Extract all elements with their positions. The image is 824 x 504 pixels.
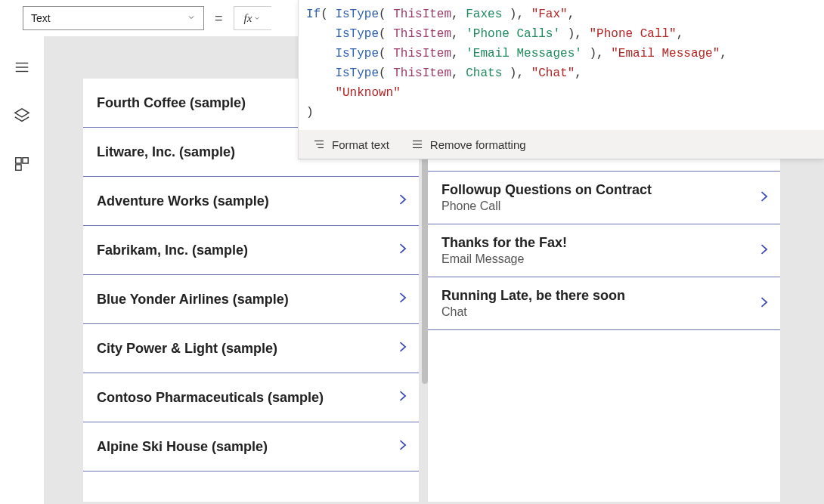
property-selector[interactable]: Text: [23, 6, 204, 30]
chevron-right-icon: [756, 186, 771, 210]
account-name: Blue Yonder Airlines (sample): [97, 292, 289, 308]
scrollbar-thumb[interactable]: [422, 127, 428, 384]
components-icon[interactable]: [14, 156, 30, 175]
account-name: Litware, Inc. (sample): [97, 144, 235, 160]
chevron-right-icon: [395, 189, 410, 213]
account-name: Fourth Coffee (sample): [97, 95, 246, 111]
formula-editor[interactable]: If( IsType( ThisItem, Faxes ), "Fax", Is…: [299, 0, 824, 130]
account-item[interactable]: Adventure Works (sample): [83, 177, 419, 226]
account-name: Alpine Ski House (sample): [97, 439, 268, 455]
account-name: City Power & Light (sample): [97, 341, 277, 357]
chevron-right-icon: [756, 292, 771, 316]
account-item[interactable]: Blue Yonder Airlines (sample): [83, 275, 419, 324]
format-text-button[interactable]: Format text: [312, 138, 389, 151]
chevron-right-icon: [395, 287, 410, 311]
svg-rect-6: [16, 165, 21, 170]
formula-toolbar: Format text Remove formatting: [299, 130, 824, 159]
chevron-right-icon: [756, 239, 771, 263]
fx-button[interactable]: fx: [234, 6, 271, 30]
account-item[interactable]: Fabrikam, Inc. (sample): [83, 226, 419, 275]
svg-marker-3: [15, 109, 29, 117]
account-item[interactable]: City Power & Light (sample): [83, 324, 419, 373]
equals-sign: =: [215, 11, 223, 26]
activity-title: Thanks for the Fax!: [441, 235, 567, 251]
chevron-down-icon: [187, 12, 196, 24]
activity-type: Phone Call: [441, 199, 652, 213]
activity-item[interactable]: Followup Questions on ContractPhone Call: [428, 172, 780, 224]
activity-title: Running Late, be there soon: [441, 288, 625, 304]
format-text-label: Format text: [332, 138, 389, 151]
chevron-right-icon: [395, 336, 410, 360]
account-name: Fabrikam, Inc. (sample): [97, 243, 248, 258]
chevron-right-icon: [395, 385, 410, 410]
fx-label: fx: [244, 12, 252, 25]
remove-formatting-label: Remove formatting: [430, 138, 526, 151]
svg-rect-4: [16, 158, 21, 163]
account-name: Adventure Works (sample): [97, 193, 269, 209]
svg-rect-5: [23, 158, 28, 163]
left-nav-rail: [0, 0, 44, 504]
remove-formatting-button[interactable]: Remove formatting: [410, 138, 526, 151]
chevron-right-icon: [395, 238, 410, 262]
activity-title: Followup Questions on Contract: [441, 182, 652, 198]
property-selector-value: Text: [31, 12, 51, 24]
account-item[interactable]: Contoso Pharmaceuticals (sample): [83, 373, 419, 422]
layers-icon[interactable]: [14, 107, 30, 127]
account-item[interactable]: Alpine Ski House (sample): [83, 422, 419, 472]
property-row: Text = fx: [23, 5, 271, 32]
activity-type: Email Message: [441, 252, 567, 266]
chevron-right-icon: [395, 434, 410, 459]
account-name: Contoso Pharmaceuticals (sample): [97, 390, 324, 406]
activity-item[interactable]: Running Late, be there soonChat: [428, 277, 780, 330]
activity-type: Chat: [441, 305, 625, 319]
hamburger-icon[interactable]: [14, 59, 30, 79]
activity-item[interactable]: Thanks for the Fax!Email Message: [428, 224, 780, 277]
formula-bar-panel: If( IsType( ThisItem, Faxes ), "Fax", Is…: [298, 0, 824, 159]
